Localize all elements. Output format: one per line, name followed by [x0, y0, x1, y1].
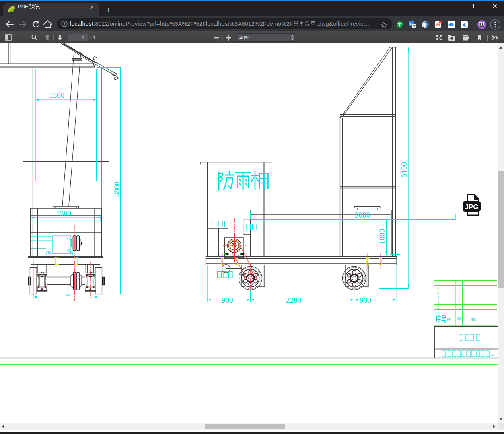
svg-text:1500: 1500: [56, 209, 71, 218]
svg-text:1540: 1540: [65, 293, 71, 296]
svg-text:900: 900: [222, 296, 233, 304]
svg-text:1: 1: [458, 281, 460, 285]
svg-text:4800: 4800: [113, 181, 121, 197]
svg-text:1: 1: [458, 296, 460, 300]
svg-text:5100: 5100: [400, 162, 408, 177]
svg-text:1: 1: [458, 286, 460, 290]
svg-text:/ 1: / 1: [90, 35, 96, 41]
svg-text:2: 2: [437, 305, 439, 309]
svg-text:1: 1: [458, 300, 460, 304]
svg-text:3000: 3000: [355, 211, 370, 219]
svg-text:1300: 1300: [49, 91, 64, 99]
svg-text:3: 3: [437, 300, 439, 304]
svg-text:5: 5: [437, 291, 439, 295]
svg-text:900: 900: [360, 296, 371, 304]
svg-text:G: G: [410, 22, 413, 26]
svg-text:1: 1: [437, 310, 439, 314]
svg-text:4: 4: [437, 296, 439, 300]
svg-text:7: 7: [437, 281, 439, 285]
svg-text:6: 6: [437, 286, 439, 290]
svg-text:40%: 40%: [239, 35, 249, 41]
svg-text:1: 1: [458, 310, 460, 314]
svg-text:2200: 2200: [286, 296, 301, 304]
svg-text:1000: 1000: [378, 229, 386, 244]
svg-text:1: 1: [458, 291, 460, 295]
svg-text:1: 1: [458, 305, 460, 309]
svg-text:JPG: JPG: [465, 203, 478, 211]
svg-text:1: 1: [82, 35, 84, 41]
